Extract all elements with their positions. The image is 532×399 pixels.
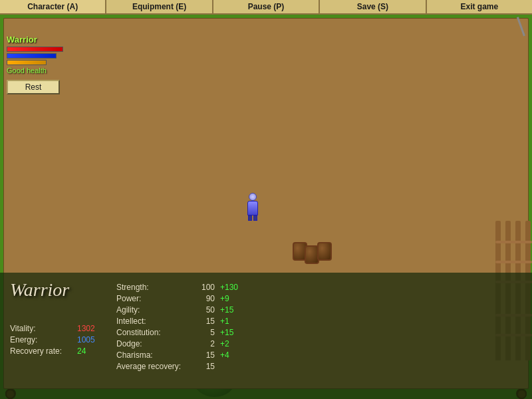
health-bar-container	[7, 47, 63, 52]
attr-label-6: Charisma:	[116, 350, 190, 360]
attribute-stats: Strength:100+130Power:90+9Agility:50+15I…	[116, 283, 243, 371]
attr-value-3: 15	[195, 317, 215, 326]
attr-value-6: 15	[195, 350, 215, 360]
menu-pause[interactable]: Pause (P)	[213, 0, 320, 13]
attr-bonus-2: +15	[220, 305, 243, 315]
attr-row-3: Intellect:15+1	[116, 317, 243, 326]
player-leg-right	[253, 215, 257, 221]
attr-label-0: Strength:	[116, 283, 190, 292]
energy-value: 1005	[77, 335, 95, 344]
menu-save[interactable]: Save (S)	[320, 0, 426, 13]
attr-label-5: Dodge:	[116, 339, 190, 348]
recovery-row: Recovery rate: 24	[10, 346, 96, 356]
attr-value-0: 100	[195, 283, 215, 292]
char-info-left: Warrior Vitality: 1302 Energy: 1005 Reco…	[10, 279, 96, 356]
vitality-row: Vitality: 1302	[10, 324, 96, 333]
menu-character[interactable]: Character (A)	[0, 0, 106, 13]
attr-row-6: Charisma:15+4	[116, 350, 243, 360]
attr-label-4: Constitution:	[116, 328, 190, 337]
player-legs	[245, 215, 261, 221]
barrel-3	[317, 242, 332, 261]
vital-stats: Vitality: 1302 Energy: 1005 Recovery rat…	[10, 324, 96, 356]
barrels	[293, 242, 332, 264]
attr-row-7: Average recovery:15	[116, 362, 243, 371]
health-status-text: Good health	[7, 66, 63, 74]
mana-bar-container	[7, 53, 63, 59]
game-world: Warrior Good health Rest	[0, 15, 532, 399]
menu-equipment[interactable]: Equipment (E)	[106, 0, 213, 13]
attr-label-2: Agility:	[116, 305, 190, 315]
attr-row-0: Strength:100+130	[116, 283, 243, 292]
vitality-label: Vitality:	[10, 324, 73, 333]
attr-label-7: Average recovery:	[116, 362, 190, 371]
attr-bonus-3: +1	[220, 317, 243, 326]
player-leg-left	[248, 215, 252, 221]
character-name-display: Warrior	[10, 279, 96, 301]
rest-button[interactable]: Rest	[7, 80, 60, 94]
attr-label-3: Intellect:	[116, 317, 190, 326]
attr-row-1: Power:90+9	[116, 294, 243, 303]
fence-rail-2	[495, 261, 532, 263]
stamina-bar	[7, 60, 47, 65]
attr-bonus-1: +9	[220, 294, 243, 303]
health-bar	[7, 47, 63, 52]
character-hud: Warrior Good health Rest	[7, 35, 63, 94]
mana-bar	[7, 53, 57, 59]
attr-bonus-0: +130	[220, 283, 243, 292]
energy-label: Energy:	[10, 335, 73, 344]
menu-exit[interactable]: Exit game	[427, 0, 532, 13]
fence-rail-1	[495, 241, 532, 243]
attr-row-4: Constitution:5+15	[116, 328, 243, 337]
recovery-value: 24	[77, 346, 86, 356]
attr-value-2: 50	[195, 305, 215, 315]
attr-value-5: 2	[195, 339, 215, 348]
vitality-value: 1302	[77, 324, 95, 333]
attr-label-1: Power:	[116, 294, 190, 303]
attr-value-1: 90	[195, 294, 215, 303]
energy-row: Energy: 1005	[10, 335, 96, 344]
menu-bar: Character (A) Equipment (E) Pause (P) Sa…	[0, 0, 532, 15]
stamina-bar-container	[7, 60, 63, 65]
player-body	[247, 201, 258, 215]
stat-panel: Warrior Vitality: 1302 Energy: 1005 Reco…	[0, 273, 532, 399]
attr-row-2: Agility:50+15	[116, 305, 243, 315]
player-head	[249, 193, 257, 201]
hud-character-name: Warrior	[7, 35, 63, 45]
attr-bonus-4: +15	[220, 328, 243, 337]
attr-bonus-5: +2	[220, 339, 243, 348]
attr-row-5: Dodge:2+2	[116, 339, 243, 348]
recovery-label: Recovery rate:	[10, 346, 73, 356]
attr-bonus-6: +4	[220, 350, 243, 360]
attr-value-4: 5	[195, 328, 215, 337]
player-character	[245, 193, 261, 217]
attr-value-7: 15	[195, 362, 215, 371]
